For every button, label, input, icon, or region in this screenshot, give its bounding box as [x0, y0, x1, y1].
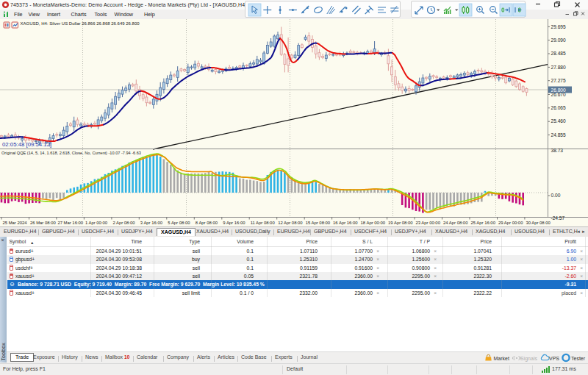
svg-text:28.485: 28.485 — [551, 51, 567, 56]
svg-text:19 Apr 08:00: 19 Apr 08:00 — [388, 221, 413, 225]
svg-text:Signals: Signals — [520, 356, 537, 362]
svg-text:3 Apr 16:00: 3 Apr 16:00 — [140, 221, 163, 225]
svg-text:26 Mar 08:00: 26 Mar 08:00 — [30, 221, 56, 225]
svg-text:02:05:48 [09:54:12]: 02:05:48 [09:54:12] — [2, 141, 51, 148]
svg-text:26.800: 26.800 — [551, 88, 567, 93]
svg-text:0.00: 0.00 — [551, 193, 561, 198]
svg-text:27.275: 27.275 — [551, 78, 567, 83]
svg-text:29 Apr 00:00: 29 Apr 00:00 — [498, 221, 523, 225]
svg-text:27.880: 27.880 — [551, 65, 567, 70]
svg-text:1 Apr 00:00: 1 Apr 00:00 — [85, 221, 108, 225]
svg-text:25 Mar 2024: 25 Mar 2024 — [3, 221, 28, 225]
svg-text:29.695: 29.695 — [551, 24, 567, 29]
svg-text:25 Apr 16:00: 25 Apr 16:00 — [471, 221, 496, 225]
svg-text:VPS: VPS — [549, 356, 559, 361]
svg-text:24.855: 24.855 — [551, 132, 567, 138]
svg-text:Toolbox: Toolbox — [1, 343, 6, 361]
svg-text:29.090: 29.090 — [551, 38, 567, 43]
svg-text:12 Apr 08:00: 12 Apr 08:00 — [278, 221, 303, 225]
svg-text:9 Apr 16:00: 9 Apr 16:00 — [223, 221, 245, 225]
svg-text:Tester: Tester — [571, 356, 586, 361]
svg-text:XAGUSD, H4: Silver US Dollar: XAGUSD, H4: Silver US Dollar 26.866 26.8… — [21, 21, 140, 26]
svg-text:26.065: 26.065 — [551, 105, 567, 110]
svg-text:8 Apr 08:00: 8 Apr 08:00 — [196, 221, 218, 225]
svg-text:5 Apr 08:00: 5 Apr 08:00 — [168, 221, 190, 225]
svg-text:-24.57: -24.57 — [551, 215, 565, 221]
svg-text:38.73: 38.73 — [551, 148, 564, 153]
svg-text:2 Apr 08:00: 2 Apr 08:00 — [112, 221, 135, 225]
svg-text:25.460: 25.460 — [551, 118, 567, 124]
svg-text:30 Apr 08:00: 30 Apr 08:00 — [526, 221, 551, 225]
svg-text:15 Apr 08:00: 15 Apr 08:00 — [306, 221, 331, 225]
svg-text:27 Mar 16:00: 27 Mar 16:00 — [57, 221, 83, 225]
svg-text:24 Apr 08:00: 24 Apr 08:00 — [443, 221, 468, 225]
svg-text:23 Apr 00:00: 23 Apr 00:00 — [416, 221, 441, 225]
svg-text:Market: Market — [494, 356, 509, 361]
svg-text:18 Apr 00:00: 18 Apr 00:00 — [361, 221, 386, 225]
svg-text:16 Apr 16:00: 16 Apr 16:00 — [333, 221, 358, 225]
svg-text:Original QQE (14, 5, 14, 1.618: Original QQE (14, 5, 14, 1.618, 2.618, C… — [1, 151, 141, 155]
svg-text:11 Apr 08:00: 11 Apr 08:00 — [251, 221, 276, 225]
